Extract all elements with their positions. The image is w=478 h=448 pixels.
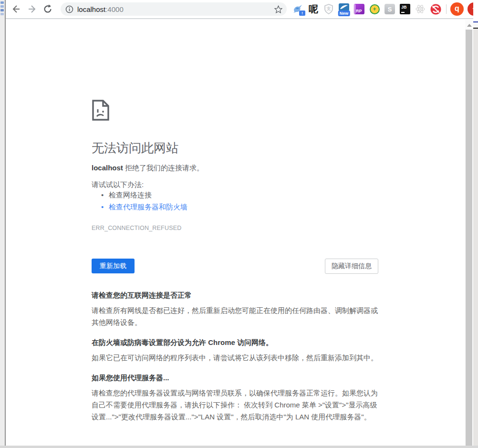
atom-extension-icon-disabled[interactable]	[415, 3, 426, 15]
background-window-right-sliver	[473, 0, 478, 448]
mini-icon	[0, 5, 4, 8]
new-badge: New	[338, 10, 350, 16]
error-host: localhost	[92, 164, 123, 172]
error-code: ERR_CONNECTION_REFUSED	[92, 225, 181, 231]
browser-window: localhost:4000 ! 呢 支 New RP	[6, 0, 473, 448]
shield-extension-icon[interactable]: 支	[323, 3, 334, 15]
back-icon[interactable]	[10, 3, 22, 15]
suggestion-check-network: 检查网络连接	[92, 189, 187, 201]
suggestions-title: 请试试以下办法:	[92, 180, 144, 189]
reload-icon[interactable]	[42, 3, 53, 15]
error-message: localhost 拒绝了我们的连接请求。	[92, 164, 204, 173]
forward-icon[interactable]	[26, 3, 38, 15]
detail-heading-firewall: 在防火墙或防病毒设置部分设为允许 Chrome 访问网络。	[92, 338, 381, 347]
jetbrains-extension-icon[interactable]: JB	[399, 3, 411, 15]
mini-icon	[0, 1, 4, 4]
url-port: :4000	[105, 5, 124, 13]
profile-avatar[interactable]: q	[450, 2, 464, 16]
s-extension-icon[interactable]: S	[384, 3, 395, 15]
calligraphy-extension-icon[interactable]: 呢	[308, 3, 319, 15]
swoosh-extension-icon[interactable]: New	[338, 3, 350, 15]
detail-body-internet: 请检查所有网线是否都已连好，然后重新启动您可能正在使用的任何路由器、调制解调器或…	[92, 304, 381, 328]
mini-icon	[0, 9, 4, 11]
details-panel: 请检查您的互联网连接是否正常 请检查所有网线是否都已连好，然后重新启动您可能正在…	[92, 291, 381, 433]
error-title: 无法访问此网站	[92, 140, 178, 156]
detail-body-proxy: 请检查您的代理服务器设置或与网络管理员联系，以确保代理服务器正常运行。如果您认为…	[92, 387, 381, 423]
reload-button[interactable]: 重新加载	[92, 259, 135, 273]
bookmark-star-icon[interactable]	[274, 5, 283, 14]
detail-body-firewall: 如果它已在可访问网络的程序列表中，请尝试将它从该列表中移除，然后重新添加到其中。	[92, 352, 381, 364]
scrollbar-thumb[interactable]	[466, 30, 472, 448]
rp-extension-icon[interactable]: RP	[353, 3, 365, 15]
extensions-area: ! 呢 支 New RP + S JB	[292, 2, 478, 16]
scrollbar-up-arrow[interactable]	[467, 24, 472, 27]
browser-toolbar: localhost:4000 ! 呢 支 New RP	[6, 0, 473, 19]
address-bar[interactable]: localhost:4000	[61, 2, 287, 16]
window-bottom-edge	[0, 446, 478, 448]
suggestion-proxy-firewall-link[interactable]: 检查代理服务器和防火墙	[92, 201, 187, 213]
blocked-extension-icon[interactable]	[430, 3, 441, 15]
coin-extension-icon[interactable]: +	[369, 3, 380, 15]
suggestions-list: 检查网络连接 检查代理服务器和防火墙	[92, 189, 187, 213]
url-text: localhost:4000	[77, 5, 124, 13]
url-host: localhost	[77, 5, 105, 13]
error-page: 无法访问此网站 localhost 拒绝了我们的连接请求。 请试试以下办法: 检…	[6, 20, 473, 448]
detail-heading-internet: 请检查您的互联网连接是否正常	[92, 291, 381, 300]
bird-extension-badge: !	[299, 10, 305, 16]
mini-icon	[0, 13, 4, 15]
detail-heading-proxy: 如果您使用代理服务器...	[92, 374, 381, 383]
sad-file-icon	[92, 99, 110, 121]
page-info-icon[interactable]	[65, 5, 73, 13]
background-window-left-sliver	[0, 0, 6, 448]
bird-extension-icon[interactable]: !	[292, 3, 304, 15]
hide-details-button[interactable]: 隐藏详细信息	[325, 259, 378, 274]
vertical-scrollbar[interactable]	[465, 20, 473, 448]
toolbar-separator	[446, 4, 447, 14]
